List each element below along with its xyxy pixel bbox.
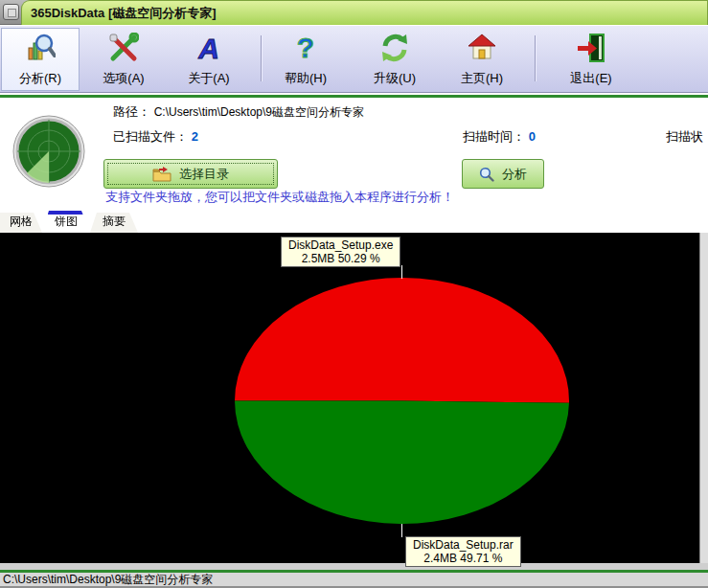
scan-time-label: 扫描时间：	[463, 129, 525, 144]
pie-label-file: DiskData_Setup.rar	[413, 538, 514, 552]
window-title: 365DiskData [磁盘空间分析专家]	[21, 0, 708, 25]
app-window: 365DiskData [磁盘空间分析专家] 分析(R)	[0, 0, 708, 588]
pie-label-exe: DiskData_Setup.exe 2.5MB 50.29 %	[281, 237, 400, 267]
home-icon	[466, 32, 498, 64]
system-menu-button[interactable]	[3, 4, 19, 20]
toolbar-separator	[535, 35, 536, 81]
window-right-border	[699, 233, 708, 565]
magnifier-icon	[479, 167, 494, 182]
toolbar-button-options[interactable]: 选项(A)	[84, 28, 163, 91]
pie-slice-0[interactable]	[235, 278, 569, 403]
scanned-files-value: 2	[192, 129, 198, 144]
exit-icon	[575, 32, 607, 64]
svg-text:?: ?	[297, 33, 314, 63]
pie-slice-1[interactable]	[235, 401, 569, 525]
analyze-label: 分析	[502, 166, 527, 183]
tab-label: 饼图	[55, 214, 78, 230]
toolbar-button-label: 分析(R)	[19, 70, 61, 87]
toolbar-button-exit[interactable]: 退出(E)	[552, 28, 630, 91]
tab-summary[interactable]: 摘要	[90, 213, 138, 233]
label-connector-bottom	[401, 524, 402, 537]
radar-icon	[11, 114, 86, 189]
about-icon: A	[193, 32, 225, 64]
toolbar-button-home[interactable]: 主页(H)	[443, 28, 521, 91]
toolbar-button-label: 主页(H)	[461, 70, 503, 87]
toolbar-button-label: 选项(A)	[103, 70, 144, 87]
toolbar-button-label: 退出(E)	[570, 70, 611, 87]
analyze-button[interactable]: 分析	[462, 159, 544, 189]
scanned-files-label: 已扫描文件：	[113, 129, 188, 144]
analyze-icon	[24, 32, 57, 64]
toolbar-button-label: 升级(U)	[374, 70, 416, 87]
status-bar: C:\Users\tim\Desktop\9磁盘空间分析专家	[0, 573, 708, 586]
scan-time-value: 0	[529, 129, 536, 144]
pie-label-detail: 2.4MB 49.71 %	[413, 552, 514, 565]
toolbar-button-help[interactable]: ? 帮助(H)	[266, 28, 345, 91]
pie-chart	[0, 233, 700, 563]
path-value: C:\Users\tim\Desktop\9磁盘空间分析专家	[154, 105, 364, 119]
label-connector-top	[401, 265, 402, 279]
pie-label-file: DiskData_Setup.exe	[288, 238, 393, 252]
toolbar-separator-line	[0, 95, 708, 98]
toolbar-button-analyze[interactable]: 分析(R)	[1, 28, 80, 91]
path-row: 路径： C:\Users\tim\Desktop\9磁盘空间分析专家	[113, 103, 364, 121]
tab-label: 网格	[10, 214, 33, 230]
selected-tab-indicator	[48, 211, 84, 215]
pie-label-rar: DiskData_Setup.rar 2.4MB 49.71 %	[405, 536, 521, 567]
upgrade-icon	[378, 32, 411, 64]
focus-rect	[107, 163, 274, 185]
info-panel: 路径： C:\Users\tim\Desktop\9磁盘空间分析专家 已扫描文件…	[0, 99, 708, 207]
title-bar: 365DiskData [磁盘空间分析专家]	[0, 0, 708, 25]
window-bottom-border	[0, 563, 708, 570]
drag-drop-tip: 支持文件夹拖放，您可以把文件夹或磁盘拖入本程序进行分析！	[105, 189, 454, 206]
tab-pie[interactable]: 饼图	[42, 211, 90, 233]
tab-grid[interactable]: 网格	[0, 213, 42, 233]
pie-chart-area	[0, 233, 700, 563]
toolbar-separator	[261, 35, 262, 81]
toolbar-button-about[interactable]: A 关于(A)	[170, 28, 248, 91]
help-icon: ?	[289, 32, 322, 64]
toolbar-button-label: 关于(A)	[188, 70, 229, 87]
options-icon	[107, 32, 140, 64]
path-label: 路径：	[113, 104, 150, 119]
toolbar-button-upgrade[interactable]: 升级(U)	[355, 28, 434, 91]
tab-label: 摘要	[103, 214, 126, 230]
pie-label-detail: 2.5MB 50.29 %	[288, 252, 393, 265]
toolbar-button-label: 帮助(H)	[285, 70, 327, 87]
select-directory-button[interactable]: 选择目录	[103, 159, 278, 189]
scanned-files-row: 已扫描文件： 2	[113, 128, 198, 146]
svg-text:A: A	[197, 33, 219, 63]
scan-time-row: 扫描时间： 0	[463, 128, 536, 146]
tab-strip: 网格 饼图 摘要	[0, 207, 708, 233]
scan-status-label: 扫描状	[666, 128, 708, 146]
toolbar: 分析(R) 选项(A) A 关于(A)	[0, 26, 708, 93]
